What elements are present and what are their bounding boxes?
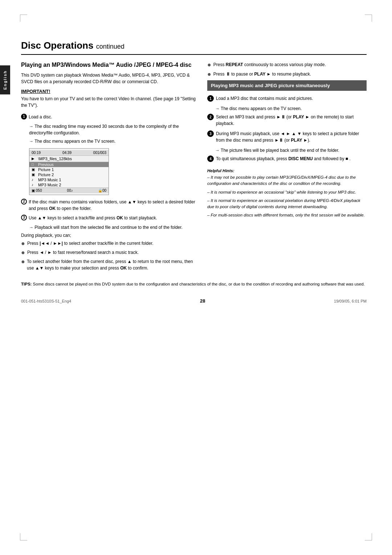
bullet-2: ● Press ◄ / ► to fast reverse/forward se…: [21, 249, 196, 256]
corner-tr: [365, 15, 372, 22]
tv-row-3: ▣ Picture 2: [29, 172, 109, 177]
bullet-2-dot: ●: [21, 249, 25, 256]
step-3: 3 Use ▲▼ keys to select a track/file and…: [21, 215, 196, 221]
tv-row2-icon: ▣: [32, 167, 37, 171]
important-label: IMPORTANT!: [21, 89, 196, 94]
tv-row1-label: Previous: [38, 162, 54, 167]
tv-row2-label: Picture 1: [38, 167, 54, 172]
corner-tl: [20, 15, 27, 22]
right-step-1-circle: 1: [207, 95, 214, 102]
right-step-3-arrow: The picture files will be played back un…: [215, 147, 367, 154]
bullet-1: ● Press |◄◄ / ►►| to select another trac…: [21, 240, 196, 247]
bullet-3-dot: ●: [21, 258, 25, 265]
tv-row1-icon: □: [32, 162, 37, 166]
tv-row5-label: MP3 Music 2: [38, 183, 61, 187]
tv-footer-right: 🔒00: [98, 189, 106, 193]
tv-row-5: ♪ MP3 Music 2: [29, 182, 109, 187]
footer-page-number: 28: [200, 298, 205, 304]
right-step-2-text: Select an MP3 track and press ►⏸ (or PLA…: [216, 114, 367, 127]
right-column: ● Press REPEAT continuously to access va…: [207, 61, 367, 274]
right-step-4-text: To quit simultaneous playback, press DIS…: [216, 155, 351, 162]
tv-row-4: ♪ MP3 Music 1: [29, 177, 109, 182]
right-bullet-play-text: Press ⏸ to pause or PLAY ► to resume pla…: [213, 71, 311, 77]
tv-folder-name: \MP3_files_128kbs: [38, 157, 72, 161]
tv-row4-label: MP3 Music 1: [38, 178, 61, 182]
section-intro: This DVD system can playback Windows Med…: [21, 72, 196, 85]
right-bullet-play-dot: ●: [207, 71, 211, 77]
tv-row-2: ▣ Picture 1: [29, 167, 109, 172]
bullet-1-dot: ●: [21, 240, 25, 247]
hint-4: – For multi-session discs with different…: [207, 212, 367, 218]
tv-row3-icon: ▣: [32, 173, 37, 177]
tv-screen: 00:19 04:39 001/003 ▶ \MP3_files_128kbs …: [29, 148, 109, 195]
footer-left: 001-051-hts5310S-51_Eng4: [21, 299, 71, 303]
bullet-2-text: Press ◄ / ► to fast reverse/forward sear…: [27, 249, 139, 256]
tips-text: Some discs cannot be played on this DVD …: [33, 282, 365, 286]
step-2-circle: 2: [21, 199, 27, 204]
highlight-box: Playing MP3 music and JPEG picture simul…: [207, 80, 367, 91]
bullet-1-text: Press |◄◄ / ►►| to select another track/…: [27, 240, 154, 247]
corner-bl: [20, 533, 27, 540]
step-1-arrow-1: The disc reading time may exceed 30 seco…: [29, 123, 196, 136]
bullet-3: ● To select another folder from the curr…: [21, 258, 196, 271]
tv-footer-mid: 00♪: [67, 189, 73, 193]
helpful-hints: Helpful Hints: – It may not be possible …: [207, 169, 367, 219]
right-step-3-text: During MP3 music playback, use ◄ ► ▲ ▼ k…: [216, 130, 367, 143]
page-wrapper: English Disc Operations continued Playin…: [0, 0, 392, 555]
right-bullet-repeat-text: Press REPEAT continuously to access vari…: [213, 61, 326, 68]
important-text: You have to turn on your TV and set to t…: [21, 96, 196, 109]
corner-br: [365, 533, 372, 540]
tv-time: 00:19: [32, 151, 41, 155]
section-heading: Playing an MP3/Windows Media™ Audio /JPE…: [21, 61, 196, 69]
right-step-4: 4 To quit simultaneous playback, press D…: [207, 155, 367, 162]
tv-track: 001/003: [93, 151, 106, 155]
tv-folder-row: ▶ \MP3_files_128kbs: [29, 156, 109, 162]
hint-1: – It may not be possible to play certain…: [207, 174, 367, 187]
right-bullet-repeat: ● Press REPEAT continuously to access va…: [207, 61, 367, 68]
right-step-2-circle: 2: [207, 114, 214, 120]
left-column: Playing an MP3/Windows Media™ Audio /JPE…: [21, 61, 196, 274]
right-bullet-repeat-dot: ●: [207, 61, 211, 68]
sidebar-label: English: [3, 70, 7, 90]
tips-label: TIPS:: [21, 282, 32, 286]
tv-row3-label: Picture 2: [38, 173, 54, 177]
step-3-text: Use ▲▼ keys to select a track/file and p…: [29, 215, 157, 221]
footer-right: 19/09/05, 6:01 PM: [334, 299, 367, 303]
step-2-text: If the disc main menu contains various f…: [29, 199, 196, 212]
bullet-3-text: To select another folder from the curren…: [27, 258, 196, 271]
tv-row-1: □ Previous: [29, 162, 109, 167]
during-text: During playback, you can;: [21, 233, 196, 238]
title-text: Disc Operations: [21, 40, 93, 51]
main-content: Disc Operations continued Playing an MP3…: [21, 22, 367, 304]
step-1: 1 Load a disc.: [21, 114, 196, 120]
right-step-3: 3 During MP3 music playback, use ◄ ► ▲ ▼…: [207, 130, 367, 143]
tv-footer-left: ▣ 050: [32, 189, 42, 193]
tv-row4-icon: ♪: [32, 178, 37, 182]
right-step-2: 2 Select an MP3 track and press ►⏸ (or P…: [207, 114, 367, 127]
right-step-1: 1 Load a MP3 disc that contains music an…: [207, 95, 367, 102]
step-1-circle: 1: [21, 114, 27, 119]
tips-box: TIPS: Some discs cannot be played on thi…: [21, 281, 367, 287]
hint-3: – It is normal to experience an occasion…: [207, 198, 367, 210]
title-suffix: continued: [96, 43, 124, 50]
page-footer: 001-051-hts5310S-51_Eng4 28 19/09/05, 6:…: [21, 298, 367, 304]
tv-folder-icon: ▶: [32, 157, 37, 161]
step-2: 2 If the disc main menu contains various…: [21, 199, 196, 212]
two-column-layout: Playing an MP3/Windows Media™ Audio /JPE…: [21, 61, 367, 274]
step-1-arrow-2: The disc menu appears on the TV screen.: [29, 138, 196, 145]
tv-total: 04:39: [62, 151, 72, 155]
helpful-title: Helpful Hints:: [207, 169, 367, 173]
step-3-circle: 3: [21, 215, 27, 220]
sidebar-language-tab: English: [0, 65, 10, 94]
right-step-3-circle: 3: [207, 130, 214, 137]
right-step-1-arrow: The disc menu appears on the TV screen.: [215, 105, 367, 112]
right-step-1-text: Load a MP3 disc that contains music and …: [216, 95, 313, 102]
page-title: Disc Operations continued: [21, 40, 367, 55]
hint-2: – It is normal to experience an occasion…: [207, 189, 367, 195]
step-3-arrow-1: Playback will start from the selected fi…: [29, 224, 196, 231]
right-step-4-circle: 4: [207, 155, 214, 162]
right-bullet-play: ● Press ⏸ to pause or PLAY ► to resume p…: [207, 71, 367, 77]
tv-header: 00:19 04:39 001/003: [29, 150, 109, 156]
tv-row5-icon: ♪: [32, 183, 37, 187]
step-1-text: Load a disc.: [29, 114, 52, 120]
